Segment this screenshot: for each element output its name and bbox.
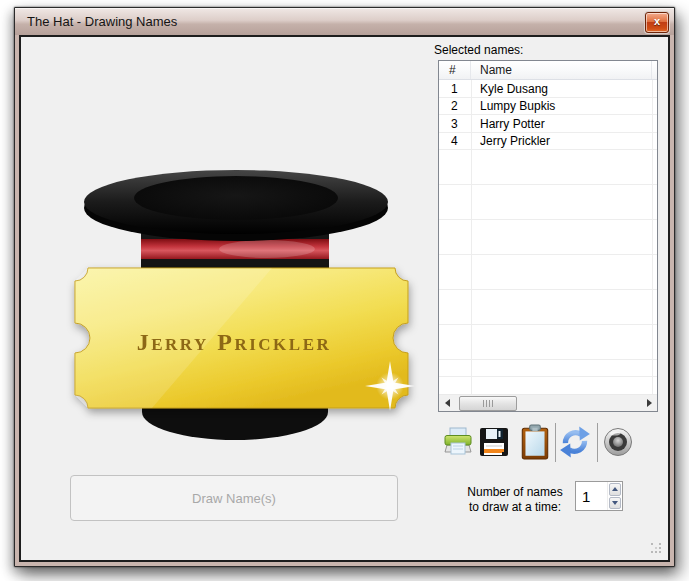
draw-count-spinner bbox=[575, 481, 623, 511]
clipboard-icon bbox=[520, 424, 550, 460]
print-button[interactable] bbox=[441, 423, 475, 461]
close-button[interactable]: x bbox=[645, 12, 669, 33]
resize-grip[interactable] bbox=[651, 543, 661, 553]
refresh-button[interactable] bbox=[558, 423, 592, 461]
hat-band-bottom-stripe bbox=[141, 259, 329, 268]
row-name: Kyle Dusang bbox=[472, 80, 548, 98]
names-list[interactable]: # Name 1 Kyle Dusang 2 Lumpy Bupkis 3 Ha… bbox=[438, 60, 658, 412]
scroll-left-arrow-icon bbox=[445, 399, 450, 407]
scrollbar-thumb[interactable] bbox=[459, 396, 517, 411]
list-header: # Name bbox=[439, 61, 657, 80]
app-window: The Hat - Drawing Names x bbox=[14, 7, 675, 567]
list-rows: 1 Kyle Dusang 2 Lumpy Bupkis 3 Harry Pot… bbox=[439, 80, 657, 396]
row-number: 2 bbox=[439, 98, 472, 116]
scroll-right-button[interactable] bbox=[641, 395, 657, 411]
row-name: Harry Potter bbox=[472, 115, 545, 133]
spin-down-arrow-icon bbox=[612, 501, 618, 505]
titlebar[interactable]: The Hat - Drawing Names x bbox=[15, 8, 674, 35]
spin-down-button[interactable] bbox=[609, 497, 621, 510]
list-row[interactable]: 4 Jerry Prickler bbox=[439, 133, 657, 151]
toolbar-separator bbox=[597, 423, 598, 462]
list-row[interactable]: 3 Harry Potter bbox=[439, 115, 657, 133]
list-row[interactable]: 1 Kyle Dusang bbox=[439, 80, 657, 98]
spin-up-arrow-icon bbox=[612, 487, 618, 491]
copy-clipboard-button[interactable] bbox=[518, 423, 552, 461]
list-row[interactable]: 2 Lumpy Bupkis bbox=[439, 98, 657, 116]
toolbar-separator bbox=[555, 423, 556, 462]
column-header-name[interactable]: Name bbox=[471, 61, 652, 79]
row-number: 4 bbox=[439, 133, 472, 151]
selected-names-label: Selected names: bbox=[434, 43, 523, 57]
draw-count-input[interactable] bbox=[576, 482, 607, 510]
refresh-icon bbox=[558, 425, 592, 459]
save-floppy-icon bbox=[478, 426, 510, 458]
row-name: Jerry Prickler bbox=[472, 133, 550, 151]
speaker-icon bbox=[602, 426, 634, 458]
printer-icon bbox=[442, 426, 474, 458]
row-name: Lumpy Bupkis bbox=[472, 98, 555, 116]
column-header-num[interactable]: # bbox=[439, 61, 471, 79]
draw-count-label-line1: Number of names bbox=[455, 485, 575, 500]
ticket-name-text: Jerry Prickler bbox=[137, 329, 332, 355]
ticket: Jerry Prickler bbox=[75, 268, 408, 408]
hat-opening bbox=[134, 176, 338, 220]
draw-count-label: Number of names to draw at a time: bbox=[455, 485, 575, 515]
draw-count-label-line2: to draw at a time: bbox=[455, 500, 575, 515]
hat-graphic: Jerry Prickler bbox=[62, 162, 432, 462]
spin-up-button[interactable] bbox=[609, 483, 621, 496]
scrollbar-grip-icon bbox=[483, 400, 494, 407]
save-button[interactable] bbox=[477, 423, 511, 461]
draw-names-button[interactable]: Draw Name(s) bbox=[70, 475, 398, 521]
row-number: 3 bbox=[439, 115, 472, 133]
window-title: The Hat - Drawing Names bbox=[27, 14, 177, 29]
row-number: 1 bbox=[439, 80, 472, 98]
horizontal-scrollbar[interactable] bbox=[439, 394, 657, 411]
hat-brim bbox=[84, 170, 388, 241]
scroll-left-button[interactable] bbox=[439, 395, 455, 411]
client-area: Jerry Prickler Draw Name(s) Selected nam… bbox=[19, 35, 670, 562]
sound-button[interactable] bbox=[601, 423, 635, 461]
spinner-buttons bbox=[607, 482, 622, 510]
scroll-right-arrow-icon bbox=[647, 399, 652, 407]
